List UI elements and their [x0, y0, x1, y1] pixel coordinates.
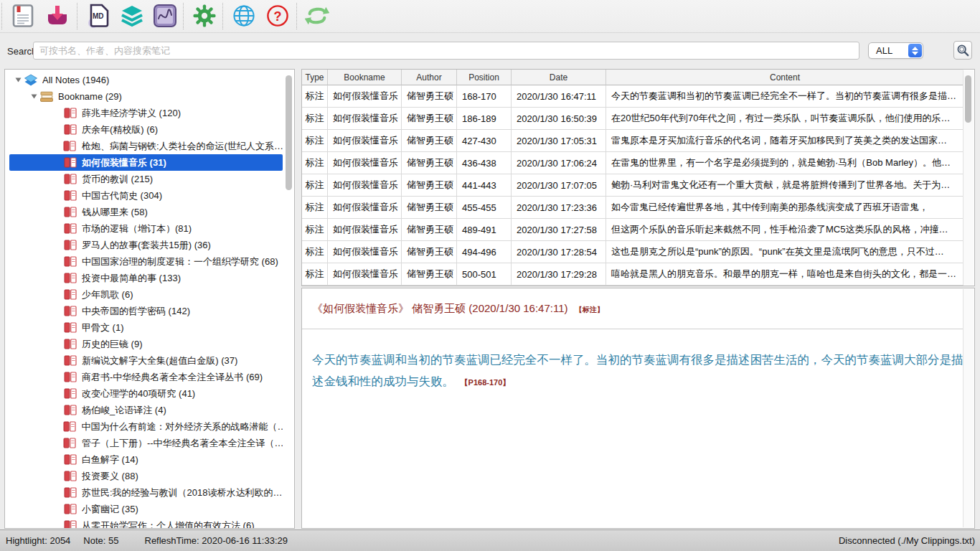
- layers-icon[interactable]: [119, 3, 145, 29]
- markdown-icon[interactable]: MD: [85, 3, 111, 29]
- column-header-position[interactable]: Position: [457, 70, 512, 85]
- book-icon: [62, 388, 77, 399]
- book-icon: [62, 339, 77, 349]
- tree-item-book[interactable]: 薛兆丰经济学讲义 (120): [9, 105, 283, 121]
- table-row[interactable]: 标注 如何假装懂音乐 储智勇王硕 500-501 2020/1/30 17:29…: [302, 263, 963, 286]
- cell-date: 2020/1/30 17:28:54: [512, 241, 606, 263]
- tree-item-book[interactable]: 杨伯峻_论语译注 (4): [9, 402, 283, 418]
- cell-date: 2020/1/30 17:23:36: [512, 197, 606, 219]
- bookname-group-icon: [39, 91, 54, 103]
- tree-item-label: 投资中最简单的事 (133): [82, 272, 181, 285]
- cell-bookname: 如何假装懂音乐: [328, 174, 402, 197]
- status-bar: Hightlight: 2054 Note: 55 RefleshTime: 2…: [0, 529, 980, 551]
- table-row[interactable]: 标注 如何假装懂音乐 储智勇王硕 427-430 2020/1/30 17:05…: [302, 130, 963, 152]
- disclosure-triangle-icon[interactable]: [15, 77, 23, 83]
- tree-item-book[interactable]: 中央帝国的哲学密码 (142): [9, 303, 283, 319]
- tree-item-all-notes[interactable]: All Notes (1946): [9, 72, 283, 88]
- table-scrollbar[interactable]: [963, 70, 974, 285]
- cell-type: 标注: [302, 85, 328, 108]
- cell-position: 455-455: [457, 197, 512, 219]
- table-row[interactable]: 标注 如何假装懂音乐 储智勇王硕 489-491 2020/1/30 17:27…: [302, 219, 963, 241]
- book-icon: [62, 207, 77, 217]
- tree-item-label: All Notes (1946): [42, 75, 109, 85]
- help-icon[interactable]: ?: [265, 3, 291, 29]
- svg-text:MD: MD: [93, 12, 104, 20]
- cell-bookname: 如何假装懂音乐: [328, 152, 402, 174]
- tree-item-label: 中央帝国的哲学密码 (142): [82, 305, 190, 318]
- tree-item-book[interactable]: 投资要义 (88): [9, 468, 283, 484]
- tree-item-bookname[interactable]: Bookname (29): [9, 88, 283, 105]
- disclosure-triangle-icon[interactable]: [31, 94, 39, 99]
- tree-item-book[interactable]: 庆余年(精校版) (6): [9, 121, 283, 138]
- column-header-type[interactable]: Type: [302, 70, 328, 85]
- detail-type-badge: 【标注】: [575, 306, 604, 314]
- web-globe-icon[interactable]: [231, 3, 257, 29]
- sidebar: All Notes (1946) Bookname (29): [4, 69, 295, 529]
- tree-item-book[interactable]: 苏世民:我的经验与教训（2018读桥水达利欧的…: [9, 484, 283, 501]
- filter-dropdown[interactable]: ALL: [868, 42, 923, 59]
- table-row[interactable]: 标注 如何假装懂音乐 储智勇王硕 168-170 2020/1/30 16:47…: [302, 85, 963, 108]
- tree-item-book[interactable]: 市场的逻辑（增订本）(81): [9, 220, 283, 237]
- cell-content: 这也是朋克之所以是“punk”的原因。“punk”在英文里是流氓阿飞的意思，只不…: [606, 241, 963, 263]
- tree-item-label: 历史的巨镜 (9): [82, 338, 143, 351]
- book-icon: [62, 438, 77, 448]
- sidebar-scrollbar-thumb[interactable]: [286, 75, 292, 190]
- tree-item-book[interactable]: 商君书-中华经典名著全本全注全译丛书 (69): [9, 369, 283, 385]
- notes-icon[interactable]: [10, 3, 36, 29]
- tree-item-book[interactable]: 白鱼解字 (14): [9, 451, 283, 468]
- table-scrollbar-thumb[interactable]: [965, 75, 971, 123]
- cell-content: 今天的节奏蓝调和当初的节奏蓝调已经完全不一样了。当初的节奏蓝调有很多是描…: [606, 85, 963, 108]
- tree-item-book[interactable]: 中国国家治理的制度逻辑：一个组织学研究 (68): [9, 253, 283, 270]
- column-header-bookname[interactable]: Bookname: [328, 70, 402, 85]
- tree-item-book[interactable]: 管子（上下册）--中华经典名著全本全注全译（…: [9, 435, 283, 451]
- tree-item-book[interactable]: 枪炮、病菌与钢铁:人类社会的命运(世纪人文系…: [9, 138, 283, 154]
- search-input[interactable]: [33, 42, 859, 60]
- tree-item-label: 白鱼解字 (14): [82, 453, 138, 466]
- toolbar-separator: [1, 3, 2, 29]
- column-header-date[interactable]: Date: [512, 70, 606, 85]
- settings-gear-icon[interactable]: [192, 3, 217, 29]
- refresh-icon[interactable]: [304, 3, 330, 29]
- cell-type: 标注: [302, 174, 328, 197]
- column-header-author[interactable]: Author: [402, 70, 457, 85]
- cell-content: 雷鬼原本是牙买加流行音乐的代名词，随着牙买加移民到了英美之类的发达国家…: [606, 130, 963, 152]
- tree-item-book[interactable]: 少年凯歌 (6): [9, 286, 283, 303]
- tree-item-book[interactable]: 钱从哪里来 (58): [9, 204, 283, 220]
- book-icon: [62, 256, 77, 267]
- table-row[interactable]: 标注 如何假装懂音乐 储智勇王硕 455-455 2020/1/30 17:23…: [302, 197, 963, 219]
- search-button[interactable]: [953, 41, 972, 60]
- book-icon: [62, 174, 77, 184]
- toolbar-separator: [296, 3, 297, 29]
- cell-position: 500-501: [457, 263, 512, 286]
- tree-item-label: 中国古代简史 (304): [82, 189, 162, 202]
- tree-item-book[interactable]: 小窗幽记 (35): [9, 501, 283, 517]
- cell-date: 2020/1/30 17:06:24: [512, 152, 606, 174]
- tree-item-book[interactable]: 罗马人的故事(套装共15册) (36): [9, 237, 283, 253]
- table-row[interactable]: 标注 如何假装懂音乐 储智勇王硕 186-189 2020/1/30 16:50…: [302, 108, 963, 130]
- detail-scrollbar[interactable]: [963, 289, 974, 527]
- tree-item-book[interactable]: 中国为什么有前途：对外经济关系的战略潜能（…: [9, 418, 283, 435]
- tree-item-book[interactable]: 如何假装懂音乐 (31): [9, 154, 283, 171]
- tree-item-book[interactable]: 新编说文解字大全集(超值白金版) (37): [9, 352, 283, 369]
- notes-table: Type Bookname Author Position Date Conte…: [301, 69, 975, 286]
- tree-item-book[interactable]: 历史的巨镜 (9): [9, 336, 283, 352]
- tree-item-label: 新编说文解字大全集(超值白金版) (37): [82, 354, 237, 367]
- tree-item-book[interactable]: 投资中最简单的事 (133): [9, 270, 283, 286]
- tree-item-book[interactable]: 甲骨文 (1): [9, 319, 283, 336]
- book-icon: [62, 108, 77, 118]
- stats-icon[interactable]: [152, 3, 178, 29]
- cell-bookname: 如何假装懂音乐: [328, 197, 402, 219]
- column-header-content[interactable]: Content: [606, 70, 963, 85]
- tree-item-book[interactable]: 货币的教训 (215): [9, 171, 283, 187]
- import-icon[interactable]: [44, 3, 70, 29]
- cell-type: 标注: [302, 197, 328, 219]
- tree-item-book[interactable]: 改变心理学的40项研究 (41): [9, 385, 283, 402]
- table-row[interactable]: 标注 如何假装懂音乐 储智勇王硕 441-443 2020/1/30 17:07…: [302, 174, 963, 197]
- tree-item-label: 中国国家治理的制度逻辑：一个组织学研究 (68): [82, 255, 278, 268]
- book-icon: [62, 504, 77, 514]
- tree-item-book[interactable]: 从零开始学写作：个人增值的有效方法 (6): [9, 517, 283, 529]
- table-row[interactable]: 标注 如何假装懂音乐 储智勇王硕 494-496 2020/1/30 17:28…: [302, 241, 963, 263]
- tree-item-book[interactable]: 中国古代简史 (304): [9, 187, 283, 204]
- tree-item-label: 如何假装懂音乐 (31): [82, 156, 166, 169]
- table-row[interactable]: 标注 如何假装懂音乐 储智勇王硕 436-438 2020/1/30 17:06…: [302, 152, 963, 174]
